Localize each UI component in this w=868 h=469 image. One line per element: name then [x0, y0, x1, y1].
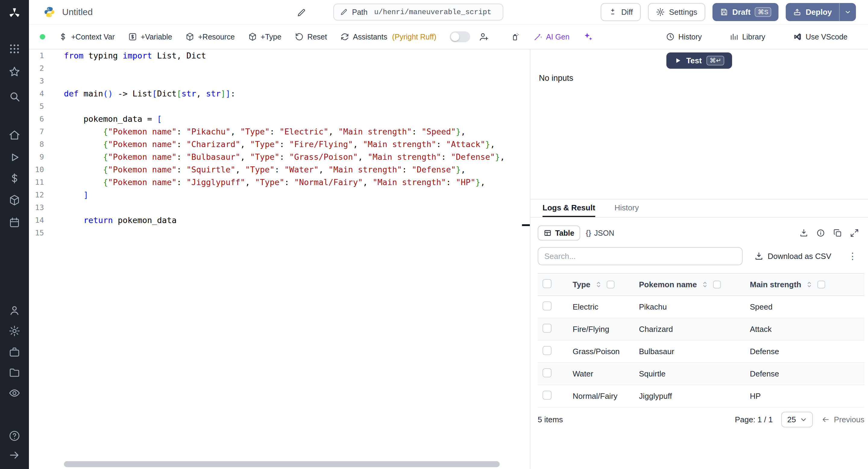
settings-button[interactable]: Settings	[648, 3, 705, 21]
settings-gear-icon[interactable]	[8, 325, 21, 337]
sort-icon[interactable]	[595, 281, 602, 288]
edit-title-pencil-icon[interactable]	[297, 8, 306, 18]
view-table-button[interactable]: Table	[538, 225, 580, 241]
table-row: Fire/FlyingCharizardAttack	[538, 318, 864, 340]
line-number: 8	[29, 138, 64, 151]
column-checkbox[interactable]	[713, 281, 721, 288]
reset-icon	[295, 32, 304, 41]
column-header: Type	[572, 280, 590, 289]
code-line: {"Pokemon name": "Bulbasaur", "Type": "G…	[64, 151, 530, 163]
select-all-checkbox[interactable]	[542, 279, 552, 288]
library-button[interactable]: Library	[730, 32, 765, 41]
table-menu-kebab[interactable]: ⋮	[848, 252, 857, 261]
table-cell: Defense	[745, 340, 864, 363]
diff-button[interactable]: Diff	[601, 3, 641, 21]
assistant-toggle[interactable]	[450, 31, 470, 42]
copy-icon[interactable]	[833, 228, 842, 238]
table-footer: 5 items Page: 1 / 1 25 Previous	[538, 408, 864, 432]
schedules-calendar-icon[interactable]	[8, 216, 21, 228]
code-line	[64, 100, 530, 113]
pane-resize-handle[interactable]	[522, 224, 530, 226]
add-variable-button[interactable]: +Variable	[128, 32, 172, 41]
table-cell: Water	[568, 363, 634, 385]
audit-eye-icon[interactable]	[8, 387, 21, 399]
add-context-var-button[interactable]: +Context Var	[59, 32, 115, 41]
assistants-status: (Pyright Ruff)	[392, 33, 436, 41]
column-checkbox[interactable]	[817, 281, 825, 288]
path-field[interactable]: Path u/henri/maneuverable_script	[333, 4, 503, 21]
search-icon[interactable]	[8, 90, 21, 102]
app-grid-icon[interactable]	[8, 43, 21, 55]
draft-shortcut: ⌘S	[755, 7, 771, 17]
previous-page-button[interactable]: Previous	[821, 415, 864, 425]
table-row: Grass/PoisonBulbasaurDefense	[538, 340, 864, 363]
add-type-label: +Type	[261, 33, 281, 41]
download-icon[interactable]	[799, 228, 808, 238]
folders-icon[interactable]	[8, 367, 21, 379]
line-number: 13	[29, 201, 64, 214]
deploy-button[interactable]: Deploy	[786, 3, 839, 21]
deploy-caret-button[interactable]	[839, 3, 856, 21]
resources-cube-icon[interactable]	[8, 194, 21, 206]
dollar-icon	[59, 32, 67, 41]
format-icon[interactable]	[510, 32, 520, 41]
table-cell: Speed	[745, 296, 864, 318]
table-grid-icon	[544, 229, 552, 237]
add-resource-button[interactable]: +Resource	[185, 32, 235, 41]
test-shortcut: ⌘↵	[707, 56, 724, 65]
column-checkbox[interactable]	[607, 281, 615, 288]
arrow-left-icon	[821, 415, 830, 424]
download-csv-button[interactable]: Download as CSV	[754, 252, 831, 261]
use-vscode-label: Use VScode	[806, 33, 847, 41]
expand-icon[interactable]	[850, 228, 859, 238]
help-icon[interactable]	[8, 430, 21, 442]
row-checkbox[interactable]	[542, 368, 552, 377]
table-cell: HP	[745, 385, 864, 407]
sparkles-icon[interactable]	[583, 32, 593, 42]
table-cell: Defense	[745, 363, 864, 385]
reset-button[interactable]: Reset	[295, 32, 327, 41]
windmill-logo[interactable]	[8, 7, 21, 20]
row-checkbox[interactable]	[542, 346, 552, 355]
view-json-button[interactable]: {} JSON	[580, 225, 620, 241]
test-button[interactable]: Test ⌘↵	[666, 53, 732, 69]
search-input[interactable]	[538, 247, 743, 265]
table-cell: Fire/Flying	[568, 318, 634, 340]
use-vscode-button[interactable]: Use VScode	[793, 32, 847, 41]
sort-icon[interactable]	[701, 281, 709, 288]
runs-play-icon[interactable]	[8, 151, 21, 163]
column-header: Main strength	[750, 280, 801, 289]
download-icon	[754, 252, 764, 261]
line-number: 15	[29, 227, 64, 239]
scrollbar-thumb[interactable]	[64, 461, 500, 467]
workers-briefcase-icon[interactable]	[8, 346, 21, 358]
code-line: {"Pokemon name": "Pikachu", "Type": "Ele…	[64, 125, 530, 138]
info-icon[interactable]	[816, 228, 825, 238]
draft-button[interactable]: Draft ⌘S	[712, 3, 779, 21]
expand-sidebar-arrow-icon[interactable]	[8, 449, 21, 461]
line-number: 11	[29, 176, 64, 189]
row-checkbox[interactable]	[542, 302, 552, 310]
table-cell: Pikachu	[634, 296, 745, 318]
path-label: Path	[352, 8, 367, 17]
settings-label: Settings	[669, 7, 698, 17]
run-panel: Test ⌘↵ No inputs Logs & Result History …	[530, 50, 868, 469]
variables-dollar-icon[interactable]	[8, 173, 21, 184]
code-lines[interactable]: from typing import List, Dict def main()…	[64, 50, 530, 461]
user-plus-icon[interactable]	[478, 32, 489, 42]
row-checkbox[interactable]	[542, 390, 552, 400]
code-line: ]	[64, 189, 530, 201]
assistants-button[interactable]: Assistants (Pyright Ruff)	[340, 32, 436, 41]
home-icon[interactable]	[8, 129, 21, 141]
assistants-label: Assistants	[353, 33, 387, 41]
tab-history[interactable]: History	[615, 199, 639, 217]
favorites-star-icon[interactable]	[8, 66, 21, 78]
row-checkbox[interactable]	[542, 324, 552, 333]
add-type-button[interactable]: +Type	[248, 32, 281, 41]
tab-logs-result[interactable]: Logs & Result	[542, 199, 595, 217]
page-size-select[interactable]: 25	[781, 412, 813, 428]
ai-gen-button[interactable]: AI Gen	[533, 32, 569, 41]
history-button[interactable]: History	[666, 32, 702, 41]
user-icon[interactable]	[8, 305, 21, 316]
sort-icon[interactable]	[805, 281, 813, 288]
